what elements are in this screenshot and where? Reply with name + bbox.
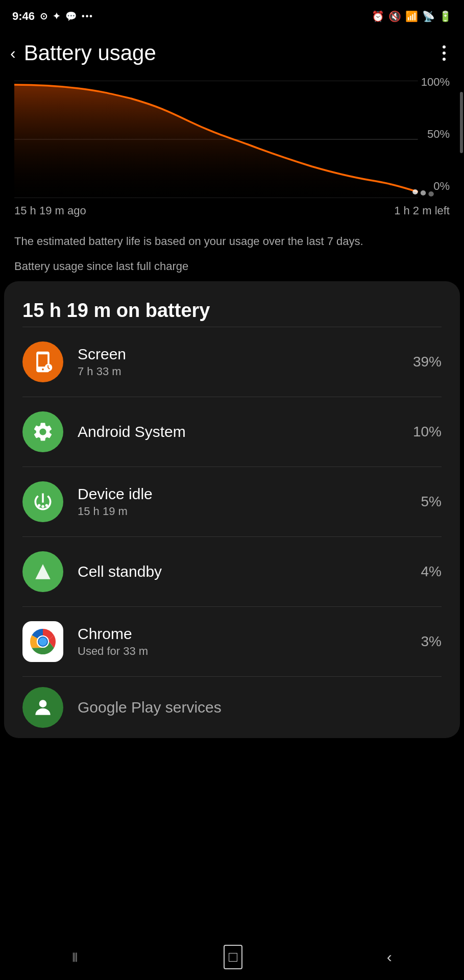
scroll-indicator — [460, 92, 463, 153]
home-button[interactable]: □ — [224, 945, 242, 969]
chrome-text: Chrome Used for 33 m — [78, 625, 407, 658]
list-item[interactable]: Android System 10% — [4, 397, 460, 467]
power-svg — [32, 491, 54, 513]
alarm-icon: ⏰ — [372, 10, 384, 22]
status-bar: 9:46 ⊙ ✦ 💬 ••• ⏰ 🔇 📶 📡 🔋 — [0, 0, 464, 31]
android-system-pct: 10% — [413, 424, 442, 440]
sync-icon: ✦ — [53, 11, 60, 22]
screen-text: Screen 7 h 33 m — [78, 346, 399, 378]
android-system-name: Android System — [78, 423, 399, 440]
android-system-icon — [22, 411, 63, 452]
mute-icon: 🔇 — [388, 10, 401, 22]
chart-label-0: 0% — [421, 180, 450, 193]
more-button[interactable] — [438, 41, 450, 65]
svg-point-3 — [412, 189, 418, 194]
screen-icon — [22, 341, 63, 382]
battery-icon: 🔋 — [439, 10, 452, 22]
person-svg — [32, 696, 54, 719]
chart-time-labels: 15 h 19 m ago 1 h 2 m left — [14, 200, 450, 217]
chart-label-100: 100% — [421, 76, 450, 89]
status-right: ⏰ 🔇 📶 📡 🔋 — [372, 10, 452, 22]
google-play-icon — [22, 687, 63, 728]
cell-standby-pct: 4% — [421, 564, 442, 580]
battery-usage-card: 15 h 19 m on battery Screen 7 h 33 m 39%… — [4, 281, 460, 738]
chrome-sub: Used for 33 m — [78, 645, 407, 658]
page-title: Battery usage — [24, 41, 156, 65]
page-header: ‹ Battery usage — [0, 31, 464, 76]
back-button[interactable]: ‹ — [10, 44, 16, 63]
battery-chart-svg — [14, 81, 450, 198]
battery-chart: 100% 50% 0% 15 h 19 m ago 1 h 2 m left — [0, 76, 464, 218]
signal-icon: 📡 — [422, 10, 435, 22]
android-system-text: Android System — [78, 423, 399, 440]
svg-point-9 — [45, 504, 48, 507]
partial-list-item[interactable]: Google Play services — [4, 677, 460, 738]
recent-apps-button[interactable]: ⫴ — [72, 949, 79, 965]
disclaimer-text: The estimated battery life is based on y… — [0, 218, 464, 260]
messenger-icon: 💬 — [65, 11, 77, 22]
chrome-svg — [28, 626, 58, 657]
google-play-name: Google Play services — [78, 699, 222, 716]
navigation-bar: ⫴ □ ‹ — [0, 934, 464, 980]
status-left: 9:46 ⊙ ✦ 💬 ••• — [12, 10, 93, 23]
chart-start-label: 15 h 19 m ago — [14, 204, 86, 217]
svg-point-8 — [38, 504, 41, 507]
cell-standby-text: Cell standby — [78, 563, 407, 580]
device-idle-name: Device idle — [78, 485, 407, 503]
screen-name: Screen — [78, 346, 399, 363]
list-item[interactable]: Cell standby 4% — [4, 537, 460, 606]
screen-pct: 39% — [413, 354, 442, 370]
list-item[interactable]: Chrome Used for 33 m 3% — [4, 607, 460, 676]
svg-point-7 — [41, 505, 44, 508]
card-header: 15 h 19 m on battery — [4, 281, 460, 327]
status-time: 9:46 — [12, 10, 35, 23]
dots-icon: ••• — [82, 12, 93, 21]
cell-standby-name: Cell standby — [78, 563, 407, 580]
signal-svg — [32, 560, 54, 583]
svg-point-15 — [39, 638, 47, 646]
device-idle-icon — [22, 481, 63, 522]
chart-label-50: 50% — [421, 128, 450, 141]
list-item[interactable]: Device idle 15 h 19 m 5% — [4, 467, 460, 536]
back-nav-button[interactable]: ‹ — [387, 948, 392, 966]
chrome-pct: 3% — [421, 633, 442, 650]
chart-end-label: 1 h 2 m left — [394, 204, 450, 217]
device-idle-sub: 15 h 19 m — [78, 505, 407, 518]
chrome-icon — [22, 621, 63, 662]
device-idle-text: Device idle 15 h 19 m — [78, 485, 407, 518]
svg-marker-10 — [35, 564, 50, 579]
cell-standby-icon — [22, 551, 63, 592]
screen-sub: 7 h 33 m — [78, 365, 399, 378]
list-item[interactable]: Screen 7 h 33 m 39% — [4, 327, 460, 397]
gear-svg — [32, 421, 54, 443]
chrome-name: Chrome — [78, 625, 407, 643]
svg-point-16 — [39, 700, 47, 707]
wifi-icon: 📶 — [405, 10, 418, 22]
section-label: Battery usage since last full charge — [0, 260, 464, 281]
device-idle-pct: 5% — [421, 494, 442, 510]
screen-svg — [32, 351, 54, 373]
focus-icon: ⊙ — [40, 11, 47, 22]
